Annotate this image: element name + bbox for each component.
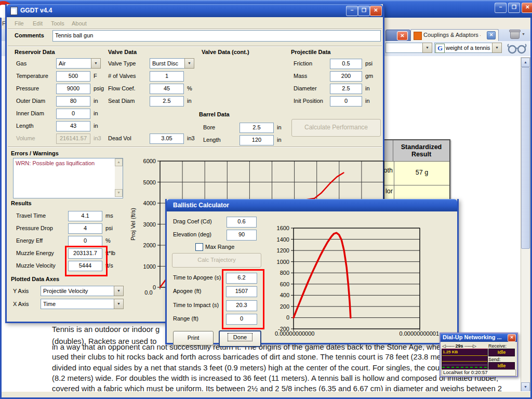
done-button[interactable]: Done (219, 330, 261, 347)
rate-label: 1.25 KB (443, 350, 458, 354)
scroll-down-icon[interactable]: ▼ (115, 189, 123, 197)
ggdt-maximize-button[interactable]: ❐ (358, 6, 370, 16)
tab-background-fragment[interactable]: ✕ (385, 30, 410, 42)
mass-label: Mass (294, 73, 307, 79)
scroll-up-icon[interactable]: ▲ (521, 58, 530, 67)
calc-trajectory-button[interactable]: Calc Trajectory (172, 253, 261, 268)
glasses-icon[interactable] (506, 43, 528, 55)
menu-file[interactable]: File (15, 20, 24, 26)
menu-edit[interactable]: Edit (33, 20, 43, 26)
flow-coef-input[interactable]: 45 (150, 84, 184, 94)
seat-diam-input[interactable]: 2.5 (150, 96, 184, 107)
x-axis-combobox[interactable]: Time ▼ (41, 299, 124, 309)
valve-type-value[interactable]: Burst Disc (150, 58, 184, 69)
y-axis-combobox[interactable]: Projectile Velocity ▼ (41, 286, 124, 296)
scroll-thumb[interactable] (521, 67, 530, 249)
tab-active[interactable]: Couplings & Adaptors - P... ✕ (410, 29, 499, 41)
num-valves-input[interactable]: 1 (150, 71, 184, 82)
ggdt-close-button[interactable]: ✕ (370, 6, 382, 16)
inner-diam-input[interactable]: 0 (56, 109, 90, 119)
arrow-left-icon[interactable]: ◁ (442, 343, 446, 349)
chevron-down-icon[interactable]: ▼ (114, 286, 124, 296)
pressure-unit: psig (94, 85, 104, 91)
temperature-input[interactable]: 500 (56, 71, 90, 82)
outer-diam-input[interactable]: 80 (56, 96, 90, 107)
bore-input[interactable]: 2.5 (240, 123, 274, 133)
drag-coef-input[interactable]: 0.6 (227, 217, 257, 228)
trash-icon (510, 31, 520, 39)
table-cell: 57 g (394, 162, 449, 185)
x-axis-value[interactable]: Time (41, 299, 114, 309)
svg-text:1400: 1400 (277, 236, 289, 243)
errors-listbox[interactable]: WRN: Possible gas liquification ▲ ▼ (13, 158, 123, 198)
pressure-input[interactable]: 9000 (56, 84, 90, 94)
search-box[interactable]: G weight of a tennis ball ▼ (434, 43, 502, 53)
gas-value[interactable]: Air (56, 58, 91, 69)
chevron-down-icon[interactable]: ▼ (184, 58, 194, 69)
dialup-title: Dial-Up Networking ... (443, 334, 502, 340)
bore-label: Bore (203, 124, 215, 130)
ggdt-titlebar[interactable]: GGDT v4.4 – ❐ ✕ (7, 4, 383, 17)
tab-label: Couplings & Adaptors - P... (423, 32, 481, 38)
section-barrel-data: Barrel Data (199, 111, 230, 117)
menu-about[interactable]: About (72, 20, 87, 26)
svg-text:1000: 1000 (277, 259, 289, 265)
svg-text:1600: 1600 (277, 225, 289, 231)
arrow-right-icon[interactable]: ▷ (473, 343, 476, 349)
elevation-input[interactable]: 90 (227, 230, 257, 241)
svg-text:0: 0 (153, 284, 156, 290)
init-position-input[interactable]: 0 (330, 96, 362, 107)
dialog-titlebar[interactable]: Ballistic Calculator (167, 199, 457, 211)
tab-close-icon[interactable]: ✕ (487, 31, 496, 39)
trash-dropdown-icon[interactable]: ▼ (522, 32, 525, 36)
browser-close-button[interactable]: ✕ (522, 3, 532, 13)
length-input[interactable]: 43 (56, 121, 90, 131)
mass-input[interactable]: 200 (330, 71, 362, 82)
outer-diam-label: Outer Diam (16, 98, 45, 104)
energy-eff-label: Energy Eff (16, 237, 43, 244)
time-scale: ◁—— 29s ——▷ (442, 343, 487, 349)
time-scale-value: 29s (455, 343, 463, 349)
chevron-down-icon[interactable]: ▼ (422, 43, 432, 53)
ggdt-minimize-button[interactable]: – (346, 6, 358, 16)
trash-button[interactable]: ▼ (509, 29, 527, 40)
section-reservoir-data: Reservoir Data (15, 49, 55, 55)
address-combobox[interactable]: ▼ (385, 43, 432, 53)
calculate-performance-button[interactable]: Calculate Performance (291, 119, 381, 137)
friction-label: Friction (294, 60, 312, 66)
max-range-checkbox[interactable] (195, 243, 203, 251)
svg-text:0.00000000001: 0.00000000001 (400, 330, 439, 337)
barrel-length-input[interactable]: 120 (240, 135, 274, 145)
svg-text:400: 400 (280, 292, 289, 298)
tab-close-icon[interactable]: ✕ (397, 31, 408, 41)
gas-combobox[interactable]: Air ▼ (56, 58, 101, 69)
scroll-down-icon[interactable]: ▼ (521, 382, 530, 392)
chevron-down-icon[interactable]: ▼ (91, 58, 101, 69)
valve-type-combobox[interactable]: Burst Disc ▼ (150, 58, 194, 69)
browser-restore-button[interactable]: ❐ (508, 3, 520, 13)
print-button[interactable]: Print (173, 331, 214, 345)
temperature-label: Temperature (16, 73, 48, 79)
browser-minimize-button[interactable]: – (495, 3, 507, 13)
chevron-down-icon[interactable]: ▼ (114, 299, 124, 309)
svg-text:6000: 6000 (143, 158, 156, 164)
comments-input[interactable]: Tennis ball gun (52, 30, 381, 42)
dialup-close-button[interactable]: ✕ (508, 334, 516, 342)
y-axis-value[interactable]: Projectile Velocity (41, 286, 114, 296)
diameter-input[interactable]: 2.5 (330, 84, 362, 94)
page-scrollbar[interactable]: ▲ ▼ (521, 57, 530, 392)
annotation-highlight-trajectory (222, 269, 264, 329)
menu-tools[interactable]: Tools (51, 20, 64, 26)
chevron-down-icon[interactable]: ▼ (492, 43, 502, 53)
scroll-up-icon[interactable]: ▲ (115, 158, 123, 166)
range-label: Range (ft) (173, 315, 198, 322)
gas-label: Gas (16, 60, 26, 66)
dialup-titlebar[interactable]: Dial-Up Networking ... ✕ (441, 334, 517, 342)
listbox-scrollbar[interactable]: ▲ ▼ (115, 158, 123, 197)
errors-warnings-title: Errors / Warnings (11, 150, 59, 156)
address-value[interactable] (385, 43, 422, 53)
friction-input[interactable]: 0.5 (330, 59, 362, 69)
table-header-cell: Standardized Result (393, 140, 449, 161)
num-valves-label: # of Valves (108, 73, 136, 79)
dead-vol-input[interactable]: 3.05 (150, 134, 184, 144)
